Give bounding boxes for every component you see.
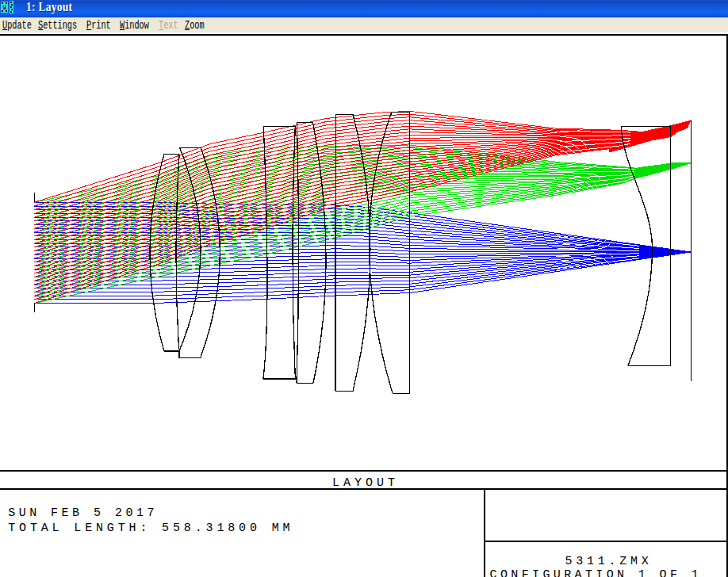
svg-text:LAYOUT: LAYOUT [332,476,395,490]
svg-text:CONFIGURATION 1 OF 1: CONFIGURATION 1 OF 1 [490,568,699,577]
svg-text:TOTAL LENGTH: 558.31800 MM: TOTAL LENGTH: 558.31800 MM [8,522,289,535]
svg-text:5311.ZMX: 5311.ZMX [565,555,649,568]
svg-text:SUN FEB 5 2017: SUN FEB 5 2017 [8,506,154,520]
